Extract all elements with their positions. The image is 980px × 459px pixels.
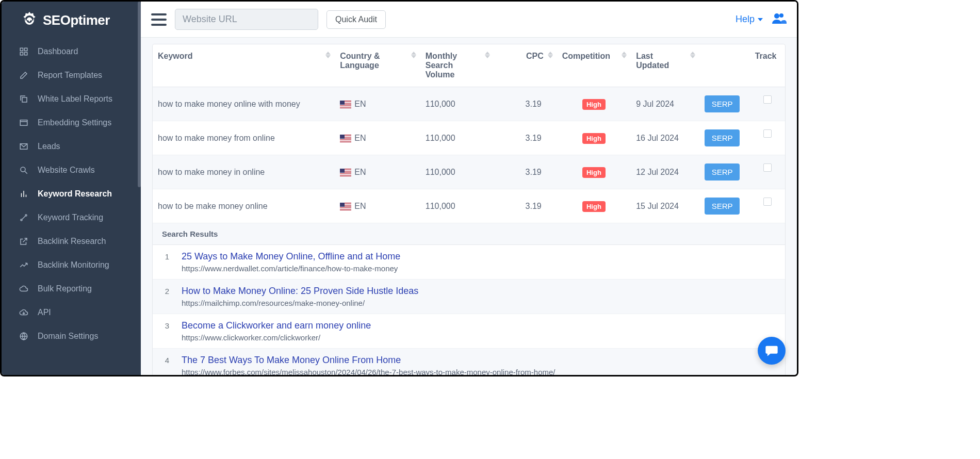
cell-competition: High (557, 121, 631, 155)
logo-icon (20, 11, 39, 29)
sidebar-scrollbar[interactable] (138, 2, 141, 187)
cell-country: EN (335, 87, 420, 121)
svg-point-14 (25, 215, 27, 216)
sidebar-item-embedding-settings[interactable]: Embedding Settings (2, 111, 141, 135)
table-row: how to make money from onlineEN110,0003.… (153, 121, 785, 155)
col-keyword[interactable]: Keyword (153, 44, 335, 87)
col-volume[interactable]: Monthly Search Volume (420, 44, 494, 87)
sidebar-item-white-label-reports[interactable]: White Label Reports (2, 87, 141, 111)
sidebar-item-label: Keyword Tracking (38, 213, 103, 222)
cell-country: EN (335, 155, 420, 189)
cell-track (750, 155, 785, 189)
sidebar-item-keyword-research[interactable]: Keyword Research (2, 182, 141, 206)
sidebar-item-domain-settings[interactable]: Domain Settings (2, 324, 141, 348)
users-icon[interactable] (771, 12, 787, 27)
sidebar-item-label: Report Templates (38, 71, 102, 80)
svg-point-8 (21, 167, 25, 172)
cell-keyword: how to make money from online (153, 121, 335, 155)
topbar: Quick Audit Help (141, 2, 797, 38)
cell-keyword: how to be make money online (153, 189, 335, 223)
tracking-icon (19, 213, 28, 222)
sidebar-item-dashboard[interactable]: Dashboard (2, 40, 141, 63)
trend-icon (19, 260, 28, 270)
result-title-link[interactable]: Become a Clickworker and earn money onli… (182, 320, 776, 331)
table-row: how to make money online with moneyEN110… (153, 87, 785, 121)
serp-button[interactable]: SERP (705, 129, 740, 146)
sidebar-item-label: Dashboard (38, 47, 78, 56)
result-title-link[interactable]: 25 Ways to Make Money Online, Offline an… (182, 251, 776, 262)
sidebar-item-label: Website Crawls (38, 166, 95, 175)
cell-cpc: 3.19 (494, 121, 557, 155)
serp-button[interactable]: SERP (705, 95, 740, 112)
cell-updated: 12 Jul 2024 (631, 155, 699, 189)
us-flag-icon (340, 101, 351, 108)
cloud-icon (19, 284, 28, 293)
result-number: 1 (162, 251, 169, 273)
chat-button[interactable] (758, 337, 786, 365)
sidebar-item-bulk-reporting[interactable]: Bulk Reporting (2, 277, 141, 301)
sidebar-item-label: API (38, 308, 51, 317)
bar-icon (19, 189, 28, 199)
col-serp (699, 44, 750, 87)
cell-volume: 110,000 (420, 189, 494, 223)
table-row: how to make money in onlineEN110,0003.19… (153, 155, 785, 189)
result-title-link[interactable]: How to Make Money Online: 25 Proven Side… (182, 286, 776, 297)
svg-rect-5 (20, 120, 27, 126)
track-checkbox[interactable] (763, 198, 772, 206)
sidebar-item-backlink-research[interactable]: Backlink Research (2, 230, 141, 253)
result-url: https://www.clickworker.com/clickworker/ (182, 333, 776, 342)
sidebar-item-report-templates[interactable]: Report Templates (2, 63, 141, 87)
sidebar-item-website-crawls[interactable]: Website Crawls (2, 158, 141, 182)
search-result-row: 125 Ways to Make Money Online, Offline a… (153, 245, 785, 280)
cell-competition: High (557, 189, 631, 223)
col-competition[interactable]: Competition (557, 44, 631, 87)
menu-toggle-icon[interactable] (151, 13, 167, 26)
svg-rect-4 (22, 97, 27, 102)
svg-rect-2 (20, 53, 23, 55)
col-country[interactable]: Country & Language (335, 44, 420, 87)
cell-keyword: how to make money online with money (153, 87, 335, 121)
search-result-row: 4The 7 Best Ways To Make Money Online Fr… (153, 349, 785, 375)
cell-volume: 110,000 (420, 155, 494, 189)
sidebar-item-keyword-tracking[interactable]: Keyword Tracking (2, 206, 141, 230)
search-icon (19, 166, 28, 175)
track-checkbox[interactable] (763, 95, 772, 104)
competition-badge: High (582, 167, 606, 178)
cell-country: EN (335, 189, 420, 223)
competition-badge: High (582, 99, 606, 110)
us-flag-icon (340, 203, 351, 210)
sidebar-item-label: Bulk Reporting (38, 284, 92, 293)
cell-serp: SERP (699, 87, 750, 121)
cell-keyword: how to make money in online (153, 155, 335, 189)
sidebar-item-leads[interactable]: Leads (2, 135, 141, 158)
sidebar-item-api[interactable]: API (2, 301, 141, 324)
website-url-input[interactable] (175, 9, 318, 30)
result-number: 2 (162, 286, 169, 307)
result-title-link[interactable]: The 7 Best Ways To Make Money Online Fro… (182, 355, 776, 366)
cell-serp: SERP (699, 189, 750, 223)
cell-updated: 16 Jul 2024 (631, 121, 699, 155)
logo[interactable]: SEOptimer (2, 2, 141, 40)
serp-button[interactable]: SERP (705, 163, 740, 181)
col-cpc[interactable]: CPC (494, 44, 557, 87)
help-dropdown[interactable]: Help (736, 14, 763, 25)
sidebar-item-backlink-monitoring[interactable]: Backlink Monitoring (2, 253, 141, 277)
logo-text: SEOptimer (43, 12, 110, 28)
svg-line-16 (23, 238, 27, 242)
track-checkbox[interactable] (763, 163, 772, 172)
cell-track (750, 121, 785, 155)
external-icon (19, 237, 28, 246)
copy-icon (19, 94, 28, 104)
track-checkbox[interactable] (763, 129, 772, 138)
svg-point-21 (779, 13, 783, 18)
col-updated[interactable]: Last Updated (631, 44, 699, 87)
embed-icon (19, 118, 28, 127)
competition-badge: High (582, 201, 606, 212)
cloud-down-icon (19, 308, 28, 317)
mail-icon (19, 142, 28, 151)
svg-rect-3 (25, 53, 27, 55)
cell-cpc: 3.19 (494, 87, 557, 121)
serp-button[interactable]: SERP (705, 198, 740, 215)
quick-audit-button[interactable]: Quick Audit (326, 10, 386, 29)
svg-rect-1 (25, 48, 27, 51)
